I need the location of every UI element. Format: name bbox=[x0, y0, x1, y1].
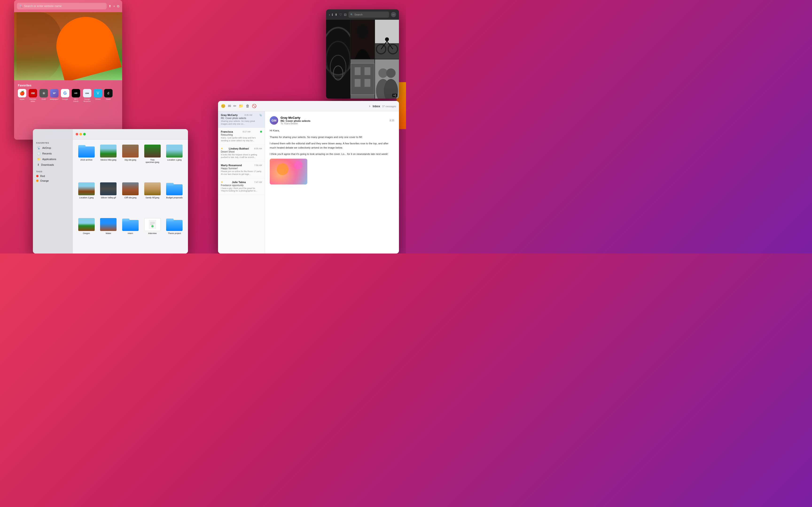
finder-item-label-water: Water bbox=[106, 232, 111, 234]
finder-item-water[interactable]: Water bbox=[99, 217, 118, 250]
thumb-oregon bbox=[78, 218, 95, 231]
mail-time-marty: 7:59 AM bbox=[254, 164, 262, 166]
mail-preview-gray: Sharing your selects. So many great imag… bbox=[221, 120, 262, 125]
svg-rect-3 bbox=[150, 224, 153, 225]
mail-compose-icon[interactable]: 😊 bbox=[221, 104, 225, 108]
fav-google-label: Google bbox=[62, 98, 68, 100]
svg-point-16 bbox=[385, 37, 389, 41]
finder-item-intern[interactable]: Intern bbox=[120, 217, 140, 250]
favorites-title: Favorites bbox=[18, 83, 118, 87]
photos-info-button[interactable]: ℹ bbox=[332, 13, 333, 16]
finder-item-oregon[interactable]: Oregon bbox=[77, 217, 96, 250]
finder-item-location1[interactable]: Location 1.jpeg bbox=[164, 143, 184, 179]
photos-back-button[interactable]: ‹ bbox=[329, 13, 330, 16]
minimize-button[interactable] bbox=[80, 133, 82, 135]
fav-google[interactable]: G Google bbox=[61, 89, 69, 102]
photo-couple[interactable]: +1 bbox=[375, 59, 399, 99]
finder-item-2019archive[interactable]: 2019 archive bbox=[77, 143, 96, 179]
photo-cyclist[interactable] bbox=[375, 20, 399, 59]
safari-share-button[interactable]: ⬆ bbox=[109, 4, 111, 8]
mail-edit-icon[interactable]: ✏ bbox=[233, 104, 236, 108]
recents-icon: 🕒 bbox=[37, 152, 41, 155]
finder-item-thesisproject[interactable]: Thesis project bbox=[164, 217, 184, 250]
sidebar-item-downloads[interactable]: ⬇ Downloads bbox=[34, 162, 72, 168]
finder-item-digsite[interactable]: Dig site.jpeg bbox=[120, 143, 140, 179]
safari-toolbar: 🔍 Search or enter website name ⬆ + ⧉ bbox=[14, 0, 122, 12]
mail-attachment-icon: 📎 bbox=[259, 114, 262, 116]
mail-sender-marty: Marty Rosamond bbox=[221, 164, 242, 167]
mail-item-julie[interactable]: ★ Julie Talma 7:47 AM Freelance opportun… bbox=[218, 178, 265, 195]
safari-search-bar[interactable]: 🔍 Search or enter website name bbox=[17, 3, 107, 9]
thumb-location2 bbox=[78, 182, 95, 195]
sidebar-item-recents[interactable]: 🕒 Recents bbox=[34, 151, 72, 156]
photo-dark-arches[interactable] bbox=[326, 20, 350, 99]
orange-tag-dot bbox=[36, 180, 39, 182]
tag-orange[interactable]: Orange bbox=[33, 178, 73, 183]
folder-icon-2019archive bbox=[78, 145, 95, 158]
fav-vimeo-label: Vimeo bbox=[95, 98, 101, 100]
close-button[interactable] bbox=[75, 133, 78, 135]
safari-tabs-button[interactable]: ⧉ bbox=[117, 4, 119, 8]
mail-from-name: Gray McCarty bbox=[281, 116, 388, 119]
red-tag-dot bbox=[36, 175, 39, 177]
red-tag-label: Red bbox=[40, 175, 45, 177]
sidebar-item-airdrop[interactable]: 📡 AirDrop bbox=[34, 145, 72, 151]
mail-archive-icon[interactable]: 📁 bbox=[239, 104, 243, 108]
mail-to-label: To: bbox=[281, 122, 284, 125]
photos-grid: +1 bbox=[326, 20, 399, 99]
fav-apple[interactable]: 🍎 Apple bbox=[18, 89, 26, 102]
photos-crop-button[interactable]: ⊡ bbox=[344, 13, 347, 16]
mail-greeting: Hi Kiara, bbox=[270, 129, 394, 133]
finder-item-location2[interactable]: Location 2.jpeg bbox=[77, 181, 96, 214]
photos-share-button[interactable]: ⬆ bbox=[335, 13, 338, 16]
mail-online-indicator bbox=[260, 131, 262, 133]
photo-person-silhouette[interactable] bbox=[351, 20, 374, 59]
photos-search-bar[interactable]: 🔍 Search bbox=[348, 11, 389, 17]
finder-item-interview[interactable]: Interview bbox=[143, 217, 162, 250]
fav-herman-miller[interactable]: HM Herman Miller bbox=[28, 89, 38, 102]
mail-more-icon[interactable]: › bbox=[369, 104, 370, 108]
tag-red[interactable]: Red bbox=[33, 174, 73, 178]
fav-wallpaper-icon: W* bbox=[50, 89, 58, 97]
mail-item-lindsey[interactable]: ★ Lindsey Bukhari 8:05 AM Desert Shoot I… bbox=[218, 145, 265, 162]
fav-adclever[interactable]: AD AD | Clever bbox=[71, 89, 81, 102]
fav-kvell[interactable]: ✳ Kvell bbox=[40, 89, 48, 102]
mail-inbox-icon[interactable]: ✉ bbox=[228, 104, 231, 108]
finder-toolbar bbox=[73, 129, 188, 139]
mail-item-marty[interactable]: Marty Rosamond 7:59 AM Happy Summer! Ple… bbox=[218, 162, 265, 178]
photo-building-detail[interactable] bbox=[351, 59, 374, 99]
mail-spam-icon[interactable]: 🚫 bbox=[252, 104, 257, 108]
mail-from-subject: RE: Cover photo selects bbox=[281, 119, 388, 122]
mail-star-julie: ★ bbox=[221, 181, 223, 183]
fav-designmuseum-icon: tDM bbox=[83, 89, 91, 97]
thumb-interview bbox=[144, 218, 161, 231]
photos-more-button[interactable]: ··· bbox=[391, 12, 396, 17]
mail-preview-marty: Please join us online for the Room 17 pa… bbox=[221, 170, 262, 176]
fav-dwell[interactable]: d Dwell bbox=[104, 89, 112, 102]
fav-designmuseum[interactable]: tDM Design Museum bbox=[83, 89, 92, 102]
mail-preview-julie: I have a gig I think you'd be great for.… bbox=[221, 187, 262, 192]
mail-item-francisca[interactable]: Francisca 8:17 AM Retouching Kiara, I ju… bbox=[218, 128, 265, 145]
finder-item-budgetproposals[interactable]: Budget proposals bbox=[164, 181, 184, 214]
fav-vimeo-icon: V bbox=[94, 89, 102, 97]
sidebar-item-applications[interactable]: 📁 Applications bbox=[34, 156, 72, 162]
fullscreen-button[interactable] bbox=[83, 133, 86, 135]
mail-trash-icon[interactable]: 🗑 bbox=[246, 104, 250, 108]
finder-item-siliconvalley[interactable]: Silicon Valley.gif bbox=[99, 181, 118, 214]
photos-heart-button[interactable]: ♡ bbox=[339, 13, 342, 16]
fav-wallpaper[interactable]: W* Wallpaper* bbox=[50, 89, 59, 102]
mail-sender-lindsey: Lindsey Bukhari bbox=[229, 147, 249, 150]
finder-grid: 2019 archive Mexico hike.jpeg Dig site.j… bbox=[73, 139, 188, 253]
finder-item-cliffsite[interactable]: Cliff site.jpeg bbox=[120, 181, 140, 214]
finder-item-sandyhill[interactable]: Sandy hill.jpeg bbox=[143, 181, 162, 214]
fav-vimeo[interactable]: V Vimeo bbox=[94, 89, 102, 102]
finder-tags-title: Tags bbox=[33, 169, 73, 174]
thumb-digsite bbox=[122, 145, 139, 158]
finder-item-mexicohike[interactable]: Mexico hike.jpeg bbox=[99, 143, 118, 179]
downloads-icon: ⬇ bbox=[37, 163, 40, 166]
safari-new-tab-button[interactable]: + bbox=[113, 4, 115, 8]
finder-item-treespecimen[interactable]: Tree specimen.jpeg bbox=[143, 143, 162, 179]
mail-item-gray[interactable]: Gray McCarty 8:35 AM 📎 RE: Cover photo s… bbox=[218, 111, 265, 128]
sidebar-recents-label: Recents bbox=[42, 152, 52, 155]
svg-rect-2 bbox=[150, 223, 155, 224]
